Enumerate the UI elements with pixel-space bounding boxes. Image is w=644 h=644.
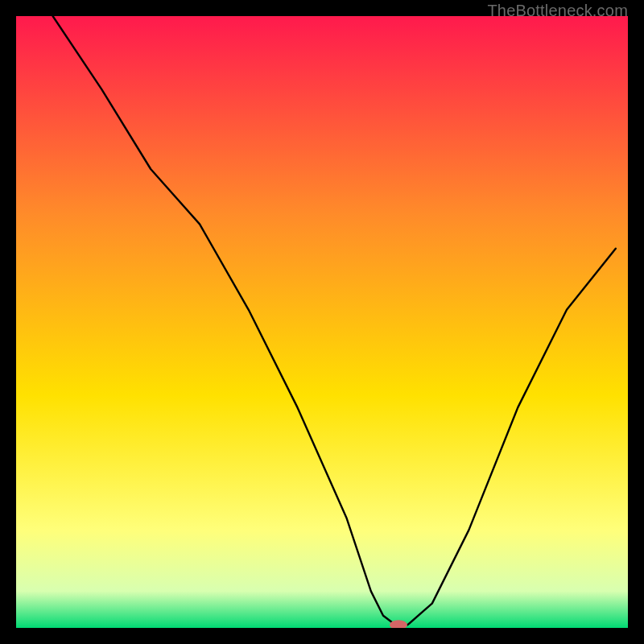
chart-svg — [16, 16, 628, 628]
plot-area — [16, 16, 628, 628]
gradient-background — [16, 16, 628, 628]
chart-frame: TheBottleneck.com — [0, 0, 644, 644]
